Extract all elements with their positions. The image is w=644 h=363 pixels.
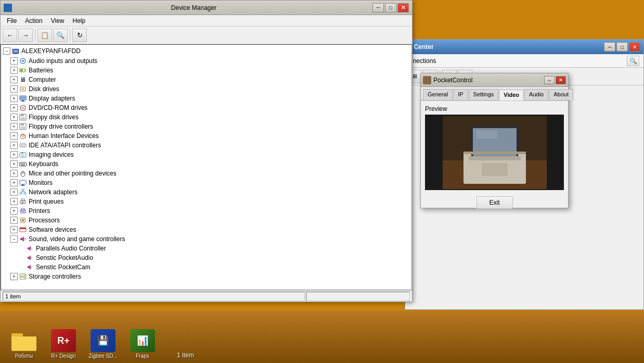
list-item[interactable]: + Processors	[2, 216, 410, 225]
taskbar-icon-rplus[interactable]: R+ R+ Design	[48, 329, 79, 359]
list-item[interactable]: + IDE ATA/ATAPI controllers	[2, 141, 410, 150]
taskbar-icon-zigbee[interactable]: 💾 Zigbee SD...	[87, 329, 119, 359]
item-expander[interactable]: +	[10, 160, 18, 168]
tab-video[interactable]: Video	[499, 90, 524, 101]
item-expander[interactable]: +	[10, 76, 18, 83]
tree-panel[interactable]: − ALEXEYPANFIAFDD + Audio inputs and out…	[1, 44, 412, 290]
list-item[interactable]: + Printers	[2, 206, 410, 216]
pocket-close-icon[interactable]: ✕	[556, 76, 566, 84]
taskbar-icon-fraps[interactable]: 📊 Fraps	[127, 329, 158, 359]
list-item[interactable]: + Imaging devices	[2, 150, 410, 159]
list-item[interactable]: + Print queues	[2, 197, 410, 206]
list-item[interactable]: + Software devices	[2, 225, 410, 234]
bg-window-btns: ─ □ ✕	[604, 42, 640, 52]
item-expander[interactable]: +	[10, 207, 18, 215]
tab-settings[interactable]: Settings	[469, 89, 499, 100]
list-item[interactable]: − Sound, video and game controllers	[2, 234, 410, 244]
minimize-btn[interactable]: ─	[372, 3, 384, 12]
toolbar-back-btn[interactable]: ←	[3, 29, 17, 42]
maximize-btn[interactable]: □	[385, 3, 396, 12]
item-expander[interactable]: −	[10, 235, 18, 243]
list-item[interactable]: + Audio inputs and outputs	[2, 56, 410, 66]
item-expander[interactable]: +	[10, 57, 18, 65]
pocket-minimize-btn[interactable]: ─	[544, 76, 555, 84]
tab-general[interactable]: General	[423, 89, 453, 100]
item-expander[interactable]: +	[10, 179, 18, 186]
list-item[interactable]: + DVD/CD-ROM drives	[2, 103, 410, 112]
computer-icon: 🖥	[19, 76, 27, 84]
toolbar-scan-btn[interactable]: 🔍	[53, 29, 68, 42]
toolbar-separator-1	[35, 30, 35, 41]
item-expander[interactable]: +	[10, 142, 18, 149]
menu-view[interactable]: View	[47, 16, 69, 26]
bg-maximize-btn[interactable]: □	[616, 42, 628, 52]
list-item[interactable]: + Storage controllers	[2, 272, 410, 281]
statusbar: 1 item	[1, 290, 412, 302]
tree-root-item[interactable]: − ALEXEYPANFIAFDD	[2, 46, 410, 56]
svg-rect-59	[22, 219, 24, 221]
titlebar-left	[4, 4, 15, 12]
svg-rect-54	[21, 203, 23, 204]
item-expander[interactable]: +	[10, 95, 18, 102]
menu-action[interactable]: Action	[21, 16, 46, 26]
list-item[interactable]: + Batteries	[2, 66, 410, 75]
taskbar-icon-folder[interactable]: Роботы	[8, 329, 40, 359]
item-label: Floppy disk drives	[29, 114, 79, 121]
menu-help[interactable]: Help	[69, 16, 90, 26]
bg-close-btn[interactable]: ✕	[629, 42, 640, 52]
svg-rect-41	[20, 180, 26, 184]
list-item[interactable]: Senstic PocketCam	[2, 262, 410, 272]
pocket-title-left: PocketControl	[423, 76, 472, 84]
list-item[interactable]: + Network adapters	[2, 187, 410, 197]
list-item[interactable]: + Keyboards	[2, 159, 410, 169]
list-item[interactable]: + 🖥 Computer	[2, 75, 410, 84]
item-expander[interactable]: +	[10, 198, 18, 205]
list-item[interactable]: + Disk drives	[2, 84, 410, 94]
connections-search-btn[interactable]: 🔍	[627, 56, 639, 66]
item-expander[interactable]: +	[10, 114, 18, 121]
network-icon	[19, 188, 27, 196]
tab-ip[interactable]: IP	[453, 89, 468, 100]
pocket-content: Preview	[421, 101, 568, 194]
tab-about[interactable]: About	[549, 89, 573, 100]
item-expander[interactable]: +	[10, 132, 18, 140]
taskbar-icon-label: Роботы	[15, 353, 33, 359]
list-item[interactable]: + Floppy drive controllers	[2, 122, 410, 131]
item-expander[interactable]: +	[10, 151, 18, 158]
item-expander-none	[18, 245, 25, 252]
list-item[interactable]: + Human Interface Devices	[2, 131, 410, 141]
exit-button[interactable]: Exit	[476, 196, 513, 209]
bg-minimize-btn[interactable]: ─	[604, 42, 615, 52]
svg-rect-1	[14, 50, 18, 53]
pocket-control-dialog: PocketControl ─ ✕ General IP Settings Vi…	[420, 73, 569, 208]
close-btn[interactable]: ✕	[397, 3, 409, 12]
tab-audio[interactable]: Audio	[524, 89, 548, 100]
svg-rect-19	[21, 117, 25, 120]
svg-point-16	[22, 107, 24, 109]
item-label: Monitors	[29, 179, 53, 186]
item-expander[interactable]: +	[10, 170, 18, 177]
list-item[interactable]: + Monitors	[2, 178, 410, 187]
item-expander[interactable]: +	[10, 67, 18, 74]
list-item[interactable]: + Floppy disk drives	[2, 112, 410, 122]
list-item[interactable]: + Display adapters	[2, 94, 410, 103]
zigbee-icon: 💾	[91, 329, 115, 352]
item-expander[interactable]: +	[10, 85, 18, 93]
item-expander[interactable]: +	[10, 226, 18, 233]
item-label: Parallels Audio Controller	[36, 245, 106, 252]
menu-file[interactable]: File	[3, 16, 21, 26]
toolbar-update-btn[interactable]: ↻	[72, 29, 87, 42]
list-item[interactable]: Parallels Audio Controller	[2, 244, 410, 253]
toolbar-forward-btn[interactable]: →	[18, 29, 33, 42]
item-expander[interactable]: +	[10, 217, 18, 224]
item-expander[interactable]: +	[10, 189, 18, 196]
root-expander[interactable]: −	[3, 47, 10, 55]
item-expander[interactable]: +	[10, 123, 18, 130]
item-expander[interactable]: +	[10, 273, 18, 280]
list-item[interactable]: Senstic PocketAudio	[2, 253, 410, 262]
item-expander[interactable]: +	[10, 104, 18, 111]
list-item[interactable]: + Mice and other pointing devices	[2, 169, 410, 178]
toolbar-properties-btn[interactable]: 📋	[37, 29, 52, 42]
item-expander-none	[18, 264, 25, 271]
item-label: Print queues	[29, 198, 63, 205]
